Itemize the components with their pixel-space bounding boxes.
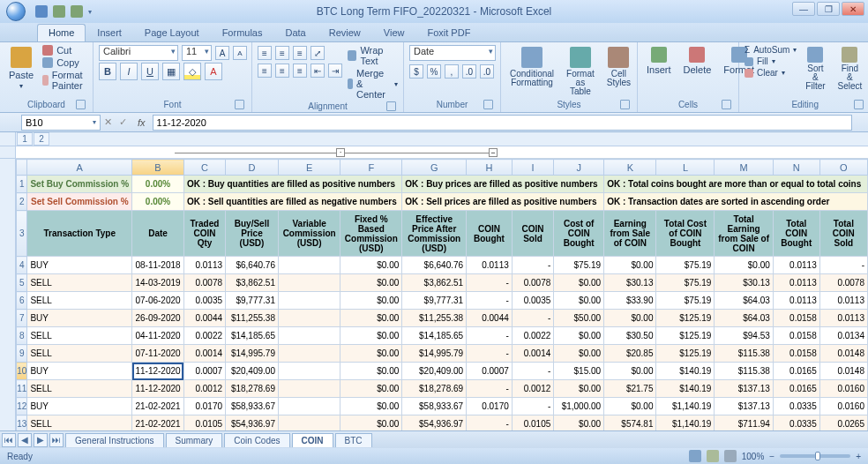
italic-button[interactable]: I bbox=[120, 63, 138, 80]
row-header-5[interactable]: 5 bbox=[17, 274, 27, 292]
format-as-table-button[interactable]: Format as Table bbox=[563, 45, 598, 98]
cell-6-M[interactable]: $64.03 bbox=[715, 292, 773, 310]
cell-9-E[interactable] bbox=[278, 345, 340, 363]
fill-button[interactable]: Fill▾ bbox=[745, 56, 797, 66]
cell-6-I[interactable]: 0.0035 bbox=[512, 292, 553, 310]
row-header-11[interactable]: 11 bbox=[17, 380, 27, 398]
cell-5-J[interactable]: $0.00 bbox=[554, 274, 604, 292]
decrease-decimal-button[interactable]: .0 bbox=[480, 64, 494, 79]
cell-12-D[interactable]: $58,933.67 bbox=[226, 398, 279, 415]
cell-10-C[interactable]: 0.0007 bbox=[183, 363, 225, 380]
sell-qty-msg[interactable]: OK : Sell quantities are filled as negat… bbox=[183, 193, 401, 211]
cell-9-B[interactable]: 07-11-2020 bbox=[132, 345, 184, 363]
worksheet-grid[interactable]: 12 · − ABCDEFGHIJKLMNO1Set Buy Commissio… bbox=[0, 132, 868, 430]
cell-13-L[interactable]: $1,140.19 bbox=[656, 415, 715, 431]
cell-7-B[interactable]: 26-09-2020 bbox=[132, 310, 184, 327]
sort-filter-button[interactable]: Sort & Filter bbox=[802, 45, 828, 93]
outline-level-2[interactable]: 2 bbox=[34, 132, 49, 146]
cell-13-G[interactable]: $54,936.97 bbox=[402, 415, 467, 431]
row-header-7[interactable]: 7 bbox=[17, 310, 27, 327]
cell-8-H[interactable]: - bbox=[467, 327, 513, 345]
col-header-E[interactable]: E bbox=[278, 160, 340, 176]
outline-collapse-button[interactable]: − bbox=[489, 148, 498, 157]
col-header-C[interactable]: C bbox=[183, 160, 225, 176]
copy-button[interactable]: Copy bbox=[42, 57, 87, 68]
column-header-1[interactable]: Date bbox=[132, 211, 184, 257]
comma-button[interactable]: , bbox=[445, 64, 459, 79]
cell-5-I[interactable]: 0.0078 bbox=[512, 274, 553, 292]
cell-9-O[interactable]: 0.0148 bbox=[819, 345, 867, 363]
cell-8-K[interactable]: $30.50 bbox=[604, 327, 656, 345]
col-header-O[interactable]: O bbox=[819, 160, 867, 176]
qat-more-icon[interactable]: ▾ bbox=[88, 8, 92, 16]
shrink-font-button[interactable]: A bbox=[233, 46, 247, 60]
maximize-button[interactable]: ❐ bbox=[817, 2, 840, 16]
row-header-1[interactable]: 1 bbox=[17, 176, 27, 193]
cell-12-O[interactable]: 0.0160 bbox=[819, 398, 867, 415]
cell-5-L[interactable]: $75.19 bbox=[656, 274, 715, 292]
redo-icon[interactable] bbox=[71, 5, 83, 18]
cell-7-L[interactable]: $125.19 bbox=[656, 310, 715, 327]
cell-6-G[interactable]: $9,777.31 bbox=[402, 292, 467, 310]
cell-12-M[interactable]: $137.13 bbox=[715, 398, 773, 415]
cut-button[interactable]: Cut bbox=[42, 45, 87, 56]
col-header-D[interactable]: D bbox=[226, 160, 279, 176]
cell-4-F[interactable]: $0.00 bbox=[340, 257, 402, 274]
tab-foxit-pdf[interactable]: Foxit PDF bbox=[415, 24, 482, 41]
sheet-tab-coin-codes[interactable]: Coin Codes bbox=[224, 433, 289, 447]
cell-6-B[interactable]: 07-06-2020 bbox=[132, 292, 184, 310]
column-header-3[interactable]: Buy/Sell Price (USD) bbox=[226, 211, 279, 257]
cell-6-H[interactable]: - bbox=[467, 292, 513, 310]
fx-icon[interactable]: fx bbox=[138, 117, 146, 128]
cell-5-C[interactable]: 0.0078 bbox=[183, 274, 225, 292]
cell-6-J[interactable]: $0.00 bbox=[554, 292, 604, 310]
cell-12-A[interactable]: BUY bbox=[27, 398, 132, 415]
column-header-6[interactable]: Effective Price After Commission (USD) bbox=[402, 211, 467, 257]
cell-8-J[interactable]: $0.00 bbox=[554, 327, 604, 345]
set-buy-commission-label[interactable]: Set Buy Commission % bbox=[27, 176, 132, 193]
find-select-button[interactable]: Find & Select bbox=[834, 45, 866, 93]
row-header-13[interactable]: 13 bbox=[17, 415, 27, 431]
align-left-button[interactable]: ≡ bbox=[258, 64, 272, 78]
cell-5-M[interactable]: $30.13 bbox=[715, 274, 773, 292]
office-button[interactable] bbox=[0, 0, 32, 23]
delete-cell-button[interactable]: Delete bbox=[680, 45, 715, 77]
cell-12-B[interactable]: 21-02-2021 bbox=[132, 398, 184, 415]
cell-4-C[interactable]: 0.0113 bbox=[183, 257, 225, 274]
border-button[interactable]: ▦ bbox=[162, 63, 180, 80]
tab-insert[interactable]: Insert bbox=[86, 24, 133, 41]
conditional-formatting-button[interactable]: Conditional Formatting bbox=[506, 45, 557, 89]
set-sell-commission-label[interactable]: Set Sell Commission % bbox=[27, 193, 132, 211]
sheet-nav-last[interactable]: ⏭ bbox=[49, 433, 64, 447]
buy-qty-msg[interactable]: OK : Buy quantities are filled as positi… bbox=[183, 176, 401, 193]
column-header-10[interactable]: Earning from Sale of COIN bbox=[604, 211, 656, 257]
cell-4-J[interactable]: $75.19 bbox=[554, 257, 604, 274]
tab-page-layout[interactable]: Page Layout bbox=[133, 24, 211, 41]
cell-11-F[interactable]: $0.00 bbox=[340, 380, 402, 398]
cell-5-K[interactable]: $30.13 bbox=[604, 274, 656, 292]
cell-11-B[interactable]: 11-12-2020 bbox=[132, 380, 184, 398]
increase-decimal-button[interactable]: .0 bbox=[462, 64, 476, 79]
autosum-button[interactable]: ΣAutoSum▾ bbox=[745, 45, 797, 55]
clear-button[interactable]: Clear▾ bbox=[745, 68, 797, 78]
cell-4-L[interactable]: $75.19 bbox=[656, 257, 715, 274]
cell-4-E[interactable] bbox=[278, 257, 340, 274]
cell-8-N[interactable]: 0.0158 bbox=[773, 327, 819, 345]
cell-8-L[interactable]: $125.19 bbox=[656, 327, 715, 345]
cell-6-E[interactable] bbox=[278, 292, 340, 310]
cell-5-O[interactable]: 0.0078 bbox=[819, 274, 867, 292]
cell-5-N[interactable]: 0.0113 bbox=[773, 274, 819, 292]
cell-12-I[interactable]: - bbox=[512, 398, 553, 415]
data-table[interactable]: ABCDEFGHIJKLMNO1Set Buy Commission %0.00… bbox=[16, 159, 868, 430]
sheet-tab-general-instructions[interactable]: General Instructions bbox=[65, 433, 164, 447]
cell-13-O[interactable]: 0.0265 bbox=[819, 415, 867, 431]
cell-8-E[interactable] bbox=[278, 327, 340, 345]
cell-13-J[interactable]: $0.00 bbox=[554, 415, 604, 431]
view-layout-icon[interactable] bbox=[707, 450, 719, 462]
row-header-4[interactable]: 4 bbox=[17, 257, 27, 274]
cell-styles-button[interactable]: Cell Styles bbox=[603, 45, 634, 89]
cell-12-G[interactable]: $58,933.67 bbox=[402, 398, 467, 415]
formula-bar[interactable]: 11-12-2020 bbox=[153, 115, 852, 131]
row-header-8[interactable]: 8 bbox=[17, 327, 27, 345]
column-header-13[interactable]: Total COIN Bought bbox=[773, 211, 819, 257]
